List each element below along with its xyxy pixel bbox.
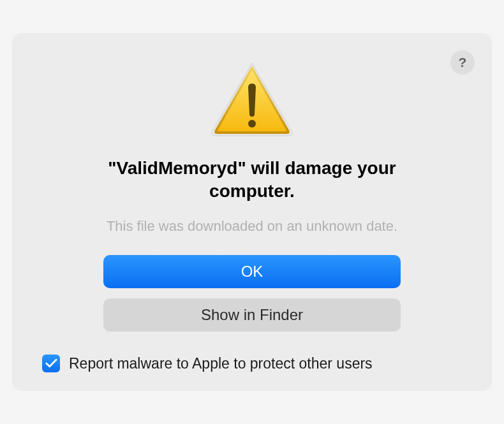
svg-point-8	[248, 120, 256, 128]
help-icon: ?	[459, 55, 467, 70]
ok-button-label: OK	[241, 263, 263, 281]
report-checkbox-row: Report malware to Apple to protect other…	[32, 355, 472, 372]
dialog-title: "ValidMemoryd" will damage your computer…	[32, 157, 472, 203]
dialog-subtitle: This file was downloaded on an unknown d…	[32, 218, 472, 235]
show-in-finder-button[interactable]: Show in Finder	[103, 298, 401, 332]
help-button[interactable]: ?	[450, 50, 475, 75]
button-group: OK Show in Finder	[32, 255, 472, 332]
warning-icon-container	[32, 59, 472, 139]
alert-dialog: ? "ValidMemoryd" will damage your comput…	[13, 34, 491, 391]
ok-button[interactable]: OK	[103, 255, 401, 288]
report-checkbox[interactable]	[42, 355, 60, 372]
warning-icon	[207, 59, 297, 139]
checkmark-icon	[45, 358, 57, 369]
report-checkbox-label: Report malware to Apple to protect other…	[69, 355, 373, 372]
show-in-finder-label: Show in Finder	[201, 306, 303, 324]
